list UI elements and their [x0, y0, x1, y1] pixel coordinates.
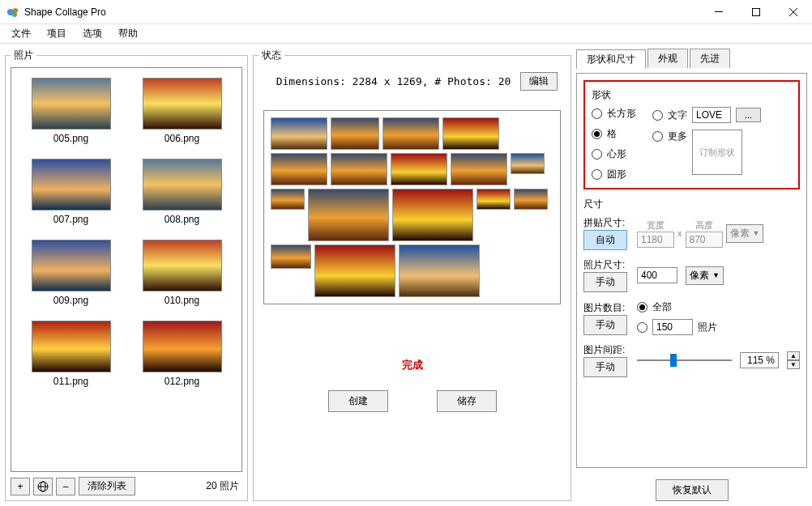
- collage-unit-select[interactable]: 像素▼: [726, 224, 764, 243]
- photo-thumb[interactable]: [32, 321, 111, 372]
- shape-heart-radio[interactable]: 心形: [592, 147, 636, 161]
- spacing-up-button[interactable]: ▲: [787, 351, 800, 360]
- web-photo-button[interactable]: [33, 478, 53, 495]
- shape-title: 形状: [592, 88, 792, 102]
- restore-defaults-button[interactable]: 恢复默认: [656, 479, 729, 501]
- spacing-down-button[interactable]: ▼: [787, 360, 800, 369]
- minimize-button[interactable]: [700, 0, 737, 24]
- spacing-manual-button[interactable]: 手动: [583, 357, 627, 377]
- size-title: 尺寸: [583, 198, 800, 211]
- svg-rect-3: [715, 11, 723, 12]
- photo-caption: 012.png: [132, 376, 232, 387]
- shape-more-radio[interactable]: 更多: [652, 130, 687, 143]
- photo-thumb[interactable]: [143, 159, 222, 210]
- photo-size-input[interactable]: [637, 267, 677, 283]
- photo-thumb[interactable]: [143, 78, 222, 130]
- photo-caption: 005.png: [21, 133, 121, 144]
- titlebar: Shape Collage Pro: [0, 0, 812, 24]
- shape-circle-radio[interactable]: 圆形: [592, 168, 636, 181]
- clear-list-button[interactable]: 清除列表: [79, 477, 135, 495]
- svg-point-1: [13, 8, 18, 13]
- status-legend: 状态: [259, 49, 284, 62]
- collage-size-label: 拼贴尺寸:: [583, 216, 629, 230]
- shape-grid-radio[interactable]: 格: [592, 127, 636, 141]
- maximize-button[interactable]: [737, 0, 775, 24]
- photo-caption: 010.png: [132, 295, 232, 306]
- photo-size-label: 照片尺寸:: [583, 258, 629, 272]
- settings-panel: 形状和尺寸 外观 先进 形状 长方形 格 心形 圆形 文字: [576, 49, 807, 501]
- collage-preview[interactable]: [263, 110, 561, 304]
- status-done-text: 完成: [259, 309, 566, 381]
- window-controls: [700, 0, 812, 24]
- photo-grid[interactable]: 005.png 006.png 007.png 008.png 009.png …: [11, 67, 242, 472]
- save-button[interactable]: 储存: [437, 390, 497, 412]
- svg-point-2: [12, 12, 17, 17]
- menu-options[interactable]: 选项: [76, 25, 109, 42]
- edit-button[interactable]: 编辑: [520, 72, 558, 91]
- create-button[interactable]: 创建: [328, 390, 388, 412]
- status-panel: 状态 Dimensions: 2284 x 1269, # Photos: 20…: [253, 49, 571, 501]
- photo-count-input[interactable]: [652, 319, 693, 335]
- photo-count-number-radio[interactable]: 照片: [637, 319, 717, 335]
- settings-tabs: 形状和尺寸 外观 先进: [576, 49, 807, 68]
- dimensions-text: Dimensions: 2284 x 1269, # Photos: 20: [267, 75, 520, 87]
- shape-text-radio[interactable]: 文字: [652, 108, 687, 122]
- photo-count-all-radio[interactable]: 全部: [637, 300, 717, 314]
- photo-count-text: 20 照片: [206, 479, 239, 493]
- photo-size-unit-select[interactable]: 像素▼: [686, 266, 724, 285]
- photo-thumb[interactable]: [32, 240, 111, 291]
- size-section: 尺寸 拼贴尺寸: 自动 宽度 x 高度 像素▼ 照片尺寸:: [583, 198, 800, 377]
- photo-count-label: 图片数目:: [583, 301, 629, 315]
- spacing-slider[interactable]: [637, 353, 732, 368]
- svg-rect-4: [753, 8, 760, 15]
- photo-thumb[interactable]: [143, 240, 222, 291]
- tab-appearance[interactable]: 外观: [647, 49, 688, 68]
- globe-icon: [37, 481, 49, 492]
- photos-legend: 照片: [11, 49, 36, 62]
- close-button[interactable]: [775, 0, 812, 24]
- photo-caption: 009.png: [21, 295, 121, 306]
- menubar: 文件 项目 选项 帮助: [0, 24, 812, 44]
- custom-shape-box[interactable]: 订制形状: [692, 130, 742, 175]
- collage-width-input[interactable]: [637, 232, 674, 248]
- tab-advanced[interactable]: 先进: [690, 49, 730, 68]
- photo-caption: 008.png: [132, 214, 232, 225]
- photo-thumb[interactable]: [32, 78, 111, 130]
- photo-caption: 006.png: [132, 133, 232, 144]
- photo-count-manual-button[interactable]: 手动: [583, 315, 627, 335]
- collage-size-auto-button[interactable]: 自动: [583, 230, 627, 250]
- remove-photo-button[interactable]: –: [56, 478, 75, 495]
- add-photo-button[interactable]: +: [11, 478, 30, 495]
- spacing-slider-thumb[interactable]: [670, 354, 677, 367]
- spacing-label: 图片间距:: [583, 343, 629, 357]
- photos-panel: 照片 005.png 006.png 007.png 008.png 009.p…: [5, 49, 248, 501]
- shape-rect-radio[interactable]: 长方形: [592, 107, 636, 121]
- photo-caption: 011.png: [21, 376, 121, 387]
- photo-caption: 007.png: [21, 214, 121, 225]
- shape-text-input[interactable]: [692, 107, 731, 123]
- tab-shape-size[interactable]: 形状和尺寸: [576, 49, 646, 69]
- photo-size-manual-button[interactable]: 手动: [583, 272, 627, 292]
- photo-thumb[interactable]: [32, 159, 111, 210]
- window-title: Shape Collage Pro: [24, 6, 700, 18]
- menu-file[interactable]: 文件: [5, 25, 37, 42]
- shape-section: 形状 长方形 格 心形 圆形 文字 ...: [583, 80, 800, 189]
- photo-thumb[interactable]: [143, 321, 222, 372]
- menu-help[interactable]: 帮助: [112, 25, 144, 42]
- menu-project[interactable]: 项目: [41, 25, 73, 42]
- app-icon: [6, 6, 19, 19]
- collage-height-input[interactable]: [686, 232, 723, 248]
- spacing-value: 115 %: [740, 352, 779, 368]
- shape-text-browse-button[interactable]: ...: [736, 108, 761, 122]
